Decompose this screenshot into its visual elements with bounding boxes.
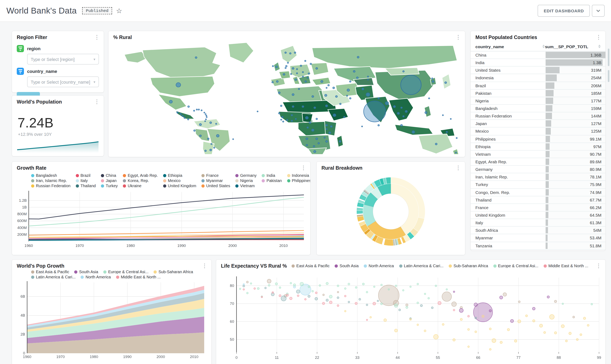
legend-item[interactable]: North America [364, 264, 399, 268]
kebab-menu-icon[interactable]: ⋮ [596, 263, 601, 268]
legend-item[interactable]: Brazil [76, 173, 101, 178]
kebab-menu-icon[interactable]: ⋮ [94, 99, 100, 104]
panel-title: Region Filter [17, 35, 47, 40]
legend-item[interactable]: Latin America & Cari... [399, 264, 449, 268]
kebab-menu-icon[interactable]: ⋮ [596, 35, 601, 39]
legend-item[interactable]: Philippines [287, 178, 310, 183]
kebab-menu-icon[interactable]: ⋮ [94, 35, 100, 39]
favorite-star-icon[interactable]: ☆ [116, 7, 122, 15]
kebab-menu-icon[interactable]: ⋮ [301, 165, 306, 170]
region-select[interactable]: Type or Select [region]▾ [27, 54, 99, 65]
legend-item[interactable]: Russian Federation [31, 183, 76, 188]
legend-item[interactable]: Ukraine [123, 183, 163, 188]
table-row: South Africa54M [471, 227, 605, 234]
table-row: Italy61.3M [471, 219, 605, 227]
svg-text:66: 66 [476, 355, 480, 360]
value-bar [545, 182, 549, 188]
legend-item[interactable]: South Asia [335, 264, 364, 268]
legend-item[interactable]: Vietnam [235, 183, 262, 188]
legend-item[interactable]: Thailand [76, 183, 101, 188]
legend-item[interactable]: United States [201, 183, 235, 188]
worlds-population-panel: World's Population⋮ 7.24B +12.9% over 10… [12, 96, 104, 156]
growth-rate-panel: Growth Rate⋮ BangladeshBrazilChinaEgypt,… [12, 162, 310, 255]
kebab-menu-icon[interactable]: ⋮ [202, 263, 207, 268]
pop-growth-legend: East Asia & PacificSouth AsiaEurope & Ce… [12, 270, 211, 279]
svg-text:0: 0 [236, 355, 238, 360]
kebab-menu-icon[interactable]: ⋮ [456, 165, 461, 170]
table-row: Ethiopia97M [471, 143, 605, 150]
value-bar [545, 67, 560, 74]
legend-item[interactable]: Turkey [101, 183, 123, 188]
legend-item[interactable]: Japan [101, 178, 123, 183]
chevron-down-icon: ▾ [94, 57, 95, 61]
edit-dashboard-button[interactable]: EDIT DASHBOARD [538, 5, 590, 17]
legend-item[interactable]: Sub-Saharan Africa [449, 264, 493, 268]
filter-icon [17, 45, 24, 52]
legend-item[interactable]: Middle East & North ... [116, 275, 166, 279]
kebab-menu-icon[interactable]: ⋮ [456, 35, 461, 39]
table-row: Brazil206M [471, 82, 605, 90]
value-bar [545, 113, 552, 119]
header-menu-button[interactable] [592, 5, 605, 17]
legend-item[interactable]: Germany [235, 173, 262, 178]
table-row: France66.2M [471, 204, 605, 211]
svg-text:1970: 1970 [75, 244, 84, 248]
value-bar [545, 235, 548, 241]
legend-item[interactable]: Sub-Saharan Africa [154, 270, 198, 274]
country-name-select[interactable]: Type or Select [country_name]▾ [27, 77, 99, 87]
value-bar [545, 196, 548, 203]
panel-title: Growth Rate [17, 165, 46, 171]
svg-text:600M: 600M [17, 219, 27, 223]
table-row: Germany80.9M [471, 166, 605, 173]
chevron-down-icon [596, 9, 601, 12]
legend-item[interactable]: Ethiopia [163, 173, 201, 178]
rural-map-panel: % Rural⋮ [109, 31, 465, 157]
rural-breakdown-panel: Rural Breakdown⋮ [317, 162, 465, 255]
svg-text:1980: 1980 [90, 355, 98, 359]
published-badge[interactable]: Published [82, 7, 112, 14]
scrollbar-thumb[interactable] [608, 49, 610, 66]
value-bar [545, 90, 554, 96]
legend-item[interactable]: China [101, 173, 123, 178]
legend-item[interactable]: Bangladesh [31, 173, 76, 178]
value-bar [545, 128, 551, 134]
svg-text:22: 22 [315, 355, 319, 360]
svg-text:2B: 2B [21, 332, 25, 336]
value-bar [545, 98, 553, 104]
svg-text:11: 11 [275, 355, 279, 360]
column-header-population[interactable]: sum__SP_POP_TOTL [545, 44, 601, 49]
rural-breakdown-chart[interactable] [323, 172, 459, 251]
legend-item[interactable]: Mexico [163, 178, 201, 183]
legend-item[interactable]: Italy [76, 178, 101, 183]
legend-item[interactable]: Indonesia [287, 173, 310, 178]
legend-item[interactable]: East Asia & Pacific [292, 264, 335, 268]
legend-item[interactable]: East Asia & Pacific [31, 270, 74, 274]
table-header: country_name sum__SP_POP_TOTL [471, 42, 605, 51]
legend-item[interactable]: France [201, 173, 235, 178]
table-row: Nigeria177M [471, 97, 605, 105]
legend-item[interactable]: Middle East & North ... [544, 264, 594, 268]
value-bar [545, 105, 552, 112]
legend-item[interactable]: Europe & Central Asi... [103, 270, 153, 274]
value-bar [545, 120, 551, 127]
svg-text:2000: 2000 [156, 355, 165, 359]
panel-title: Most Populated Countries [475, 35, 537, 40]
legend-item[interactable]: Latin America & Cari... [31, 275, 81, 279]
legend-item[interactable]: Nigeria [235, 178, 262, 183]
column-header-country[interactable]: country_name [475, 44, 545, 49]
legend-item[interactable]: North America [81, 275, 116, 279]
legend-item[interactable]: Iran, Islamic Rep. [31, 178, 76, 183]
svg-text:77: 77 [516, 355, 520, 360]
table-row: United Kingdom64.5M [471, 211, 605, 219]
scrollbar-thumb[interactable] [608, 70, 610, 82]
legend-item[interactable]: Myanmar [201, 178, 235, 183]
legend-item[interactable]: Europe & Central Asi... [493, 264, 544, 268]
legend-item[interactable]: Korea, Rep. [123, 178, 163, 183]
legend-item[interactable]: Egypt, Arab Rep. [123, 173, 163, 178]
legend-item[interactable]: United Kingdom [163, 183, 201, 188]
legend-item[interactable]: South Asia [74, 270, 103, 274]
table-row: China1.36B [471, 51, 605, 59]
legend-item[interactable]: India [262, 173, 287, 178]
legend-item[interactable]: Pakistan [262, 178, 287, 183]
world-map-chart[interactable] [113, 42, 460, 154]
